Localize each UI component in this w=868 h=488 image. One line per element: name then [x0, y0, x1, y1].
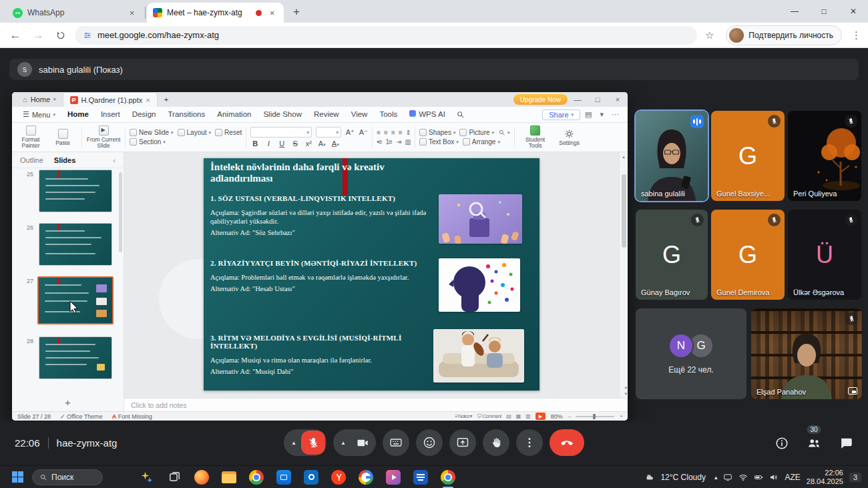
- wifi-icon[interactable]: [738, 473, 748, 482]
- microsoft-store-icon[interactable]: [276, 469, 292, 485]
- firefox-icon[interactable]: [194, 469, 210, 485]
- wps-close-icon[interactable]: ×: [608, 92, 628, 107]
- bullets-icon[interactable]: •≡: [377, 138, 381, 146]
- refresh-button[interactable]: [52, 27, 69, 44]
- align-left-icon[interactable]: ≡: [377, 129, 380, 136]
- slide-28-thumbnail[interactable]: [39, 336, 112, 379]
- indent-icon[interactable]: ⇥: [396, 138, 401, 146]
- zoom-out-icon[interactable]: –: [568, 413, 570, 419]
- slide-26-thumbnail[interactable]: [39, 223, 112, 266]
- decrease-font-icon[interactable]: A⁻: [359, 128, 368, 137]
- shapes-button[interactable]: Shapes▾: [419, 129, 455, 136]
- arrange-button[interactable]: Arrange▾: [463, 138, 500, 146]
- wps-minimize-icon[interactable]: —: [568, 92, 588, 107]
- collapse-panel-icon[interactable]: ‹: [113, 156, 116, 164]
- volume-icon[interactable]: [769, 473, 779, 482]
- normal-view-icon[interactable]: ▤: [506, 413, 511, 419]
- font-color-button[interactable]: A▾: [317, 140, 327, 148]
- expand-tile-icon[interactable]: [848, 387, 857, 395]
- ribbon-tab-wps-ai[interactable]: WPS AI: [404, 107, 451, 122]
- meeting-details-button[interactable]: [773, 435, 791, 452]
- ribbon-tab-view[interactable]: View: [346, 107, 373, 122]
- layout-button[interactable]: Layout▾: [178, 129, 212, 136]
- tab-close-icon[interactable]: ×: [266, 7, 278, 19]
- bookmark-star-icon[interactable]: ☆: [705, 29, 714, 41]
- participant-tile-gunel-b[interactable]: G Gunel Baxsiye...: [711, 111, 785, 201]
- font-family-select[interactable]: ▾: [250, 127, 312, 138]
- numbering-icon[interactable]: 1≡: [386, 138, 392, 146]
- taskbar-clock[interactable]: 22:06 28.04.2025: [807, 469, 843, 486]
- participant-tile-elsad[interactable]: Elşad Panahov: [751, 308, 862, 399]
- participants-button[interactable]: 30: [805, 435, 823, 452]
- bold-button[interactable]: B: [250, 140, 260, 148]
- camera-options-chevron-icon[interactable]: ▴: [339, 439, 348, 446]
- participant-tile-gunel-d[interactable]: G Gunel Demirova: [711, 210, 785, 300]
- section-button[interactable]: Section▾: [130, 138, 166, 146]
- paste-button[interactable]: Paste: [48, 124, 77, 150]
- student-tools-button[interactable]: Student Tools: [519, 124, 552, 150]
- highlight-button[interactable]: A̲▾: [331, 140, 340, 148]
- panel-scrollbar[interactable]: [119, 172, 122, 252]
- align-right-icon[interactable]: ≡: [391, 129, 395, 136]
- leave-call-button[interactable]: [550, 429, 584, 456]
- participant-tile-ulker[interactable]: Ü Ülkər Əsgərova: [788, 210, 861, 300]
- columns-icon[interactable]: ▥: [405, 138, 410, 146]
- address-bar[interactable]: meet.google.com/hae-zymx-atg: [75, 26, 697, 45]
- zoom-slider[interactable]: [576, 416, 614, 417]
- forward-button[interactable]: →: [29, 27, 47, 44]
- reset-button[interactable]: Reset: [215, 129, 242, 136]
- settings-button[interactable]: Settings: [555, 124, 584, 150]
- word-icon[interactable]: [413, 469, 429, 485]
- browser-menu-icon[interactable]: ⋮: [851, 29, 861, 41]
- chrome-active-icon[interactable]: [440, 469, 456, 485]
- hidden-icons-chevron[interactable]: ▴: [714, 474, 718, 481]
- mic-muted-button[interactable]: [301, 431, 325, 455]
- superscript-button[interactable]: x²: [304, 140, 313, 148]
- more-tools-icon[interactable]: ⋯: [608, 110, 622, 119]
- notes-bar[interactable]: Click to add notes: [124, 398, 628, 411]
- reactions-button[interactable]: [416, 429, 443, 456]
- ribbon-tab-design[interactable]: Design: [127, 107, 162, 122]
- justify-icon[interactable]: ≡: [399, 129, 402, 136]
- taskbar-search[interactable]: Поиск: [32, 469, 103, 485]
- tab-meet[interactable]: Meet – hae-zymx-atg ×: [147, 3, 284, 23]
- new-slide-button[interactable]: New Slide▾: [130, 129, 174, 136]
- profile-chip[interactable]: Подтвердить личность: [726, 25, 842, 45]
- captions-button[interactable]: [383, 429, 409, 456]
- battery-icon[interactable]: [754, 473, 763, 482]
- find-button[interactable]: ▾: [498, 129, 510, 136]
- slide-25-thumbnail[interactable]: [39, 170, 112, 212]
- outline-tab[interactable]: Outline: [20, 156, 43, 164]
- more-participants-tile[interactable]: N G Ещё 22 чел.: [636, 308, 746, 399]
- ribbon-tab-home[interactable]: Home: [62, 107, 94, 122]
- present-button[interactable]: [449, 429, 476, 456]
- add-slide-button[interactable]: +: [12, 397, 124, 408]
- file-tab-close-icon[interactable]: ×: [146, 96, 150, 104]
- ribbon-tab-tools[interactable]: Tools: [374, 107, 403, 122]
- mic-control[interactable]: ▴: [284, 429, 327, 456]
- back-button[interactable]: ←: [7, 27, 24, 44]
- more-options-button[interactable]: [516, 429, 543, 456]
- close-icon[interactable]: ✕: [839, 0, 868, 23]
- wps-menu-button[interactable]: ☰ Menu ▾: [17, 110, 61, 119]
- outlook-icon[interactable]: [303, 469, 319, 485]
- minimize-icon[interactable]: —: [780, 0, 809, 23]
- slideshow-play-button[interactable]: ▶: [535, 413, 546, 420]
- ribbon-search-icon[interactable]: [456, 110, 465, 119]
- sorter-view-icon[interactable]: ▦: [516, 413, 521, 419]
- scrollbar-thumb[interactable]: [622, 174, 626, 248]
- maximize-icon[interactable]: □: [809, 0, 839, 23]
- font-missing-status[interactable]: A Font Missing: [112, 413, 152, 420]
- start-button[interactable]: [9, 469, 25, 485]
- weather-text[interactable]: 12°C Cloudy: [660, 473, 706, 482]
- strikethrough-button[interactable]: S: [290, 140, 300, 148]
- comment-toggle[interactable]: 🗩 Comment: [477, 413, 501, 419]
- wps-new-tab-button[interactable]: +: [158, 92, 175, 107]
- notes-toggle[interactable]: ≡ Notes ▾: [455, 413, 471, 419]
- text-box-button[interactable]: Text Box▾: [419, 138, 459, 146]
- tab-close-icon[interactable]: ×: [126, 7, 138, 19]
- widgets-icon[interactable]: [139, 469, 155, 485]
- tab-whatsapp[interactable]: WhatsApp ×: [7, 3, 144, 23]
- align-center-icon[interactable]: ≡: [384, 129, 387, 136]
- mic-options-chevron-icon[interactable]: ▴: [289, 439, 298, 446]
